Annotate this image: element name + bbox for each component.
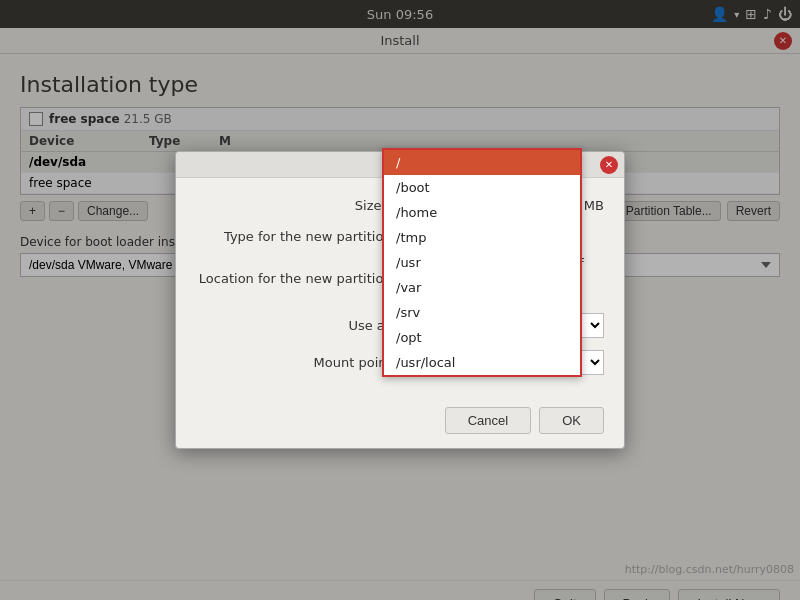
dropdown-item[interactable]: /usr [384, 250, 580, 275]
dialog-actions: Cancel OK [176, 399, 624, 448]
location-label: Location for the new partition: [196, 271, 406, 286]
dropdown-item[interactable]: /srv [384, 300, 580, 325]
use-as-label: Use as: [196, 318, 406, 333]
type-label: Type for the new partition: [196, 229, 406, 244]
dialog-close-button[interactable]: ✕ [600, 156, 618, 174]
dropdown-item[interactable]: / [384, 150, 580, 175]
dropdown-item[interactable]: /var [384, 275, 580, 300]
dropdown-item[interactable]: /tmp [384, 225, 580, 250]
dropdown-item[interactable]: /boot [384, 175, 580, 200]
dialog-ok-button[interactable]: OK [539, 407, 604, 434]
mount-point-dropdown[interactable]: //boot/home/tmp/usr/var/srv/opt/usr/loca… [382, 148, 582, 377]
mount-point-label: Mount point: [196, 355, 406, 370]
dropdown-item[interactable]: /usr/local [384, 350, 580, 375]
dropdown-item[interactable]: /opt [384, 325, 580, 350]
dropdown-item[interactable]: /home [384, 200, 580, 225]
size-unit: MB [584, 198, 604, 213]
dialog-cancel-button[interactable]: Cancel [445, 407, 531, 434]
size-label: Size: [196, 198, 396, 213]
